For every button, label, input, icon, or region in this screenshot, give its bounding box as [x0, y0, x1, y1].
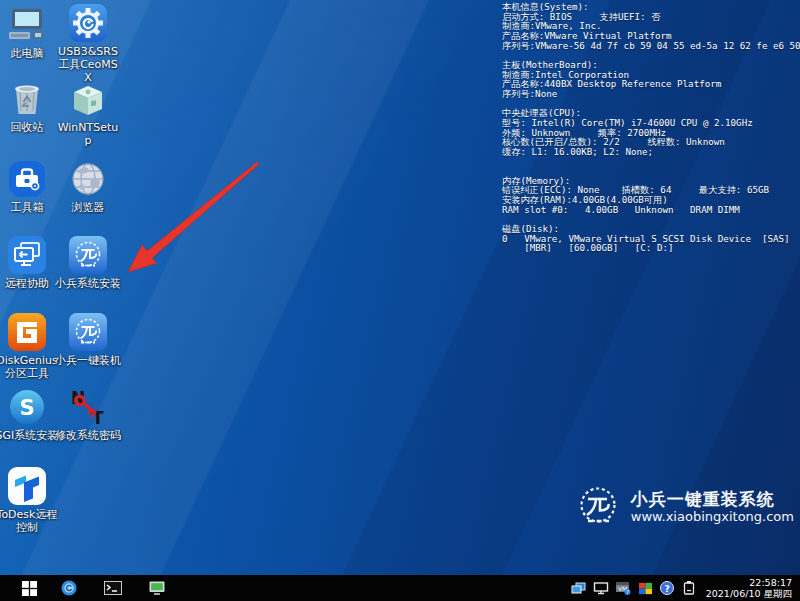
software-box-icon [69, 80, 107, 118]
desktop-icon-usb3srs-tool[interactable]: USB3&SRS工具CeoMSX [55, 4, 121, 84]
clock-date: 2021/06/10 星期四 [706, 588, 792, 599]
desktop-icon-todesk[interactable]: ToDesk远程控制 [0, 467, 60, 534]
watermark-url: www.xiaobingxitong.com [631, 509, 794, 525]
system-tray: VM ? ? [571, 580, 698, 597]
sgi-s-icon: S [8, 388, 46, 426]
icon-label: ToDesk远程控制 [0, 508, 60, 534]
windows-logo-icon [22, 581, 37, 596]
desktop-icon-xiaobing-system-install[interactable]: 小兵系统安装 [55, 236, 121, 290]
icon-label: 小兵一键装机 [55, 354, 121, 367]
desktop-icon-remote-assist[interactable]: 远程协助 [0, 236, 60, 290]
desktop-icon-diskgenius[interactable]: DiskGenius分区工具 [0, 313, 60, 380]
svg-text:?: ? [626, 589, 629, 595]
watermark: 小兵一键重装系统 www.xiaobingxitong.com [572, 481, 794, 533]
desktop-wallpaper: 此电脑 USB3&SRS工具Ce [0, 0, 800, 575]
xiaobing-logo-icon [69, 236, 107, 274]
desktop-icon-winntsetup[interactable]: WinNTSetup [55, 80, 121, 147]
desktop-icon-this-pc[interactable]: 此电脑 [0, 6, 60, 60]
start-button[interactable] [14, 575, 44, 601]
system-info-overlay: 本机信息(System): 启动方式: BIOS 支持UEFI: 否 制造商:V… [502, 2, 800, 253]
xiaobing-logo-icon [572, 481, 624, 533]
icon-label: 小兵系统安装 [55, 277, 121, 290]
desktop-icon-change-password[interactable]: N T 修改系统密码 [55, 388, 121, 442]
todesk-icon [8, 467, 46, 505]
taskbar-app-display-tool[interactable] [142, 575, 172, 601]
tray-usb-eject-icon[interactable] [681, 580, 698, 597]
desktop-icon-toolbox[interactable]: 工具箱 [0, 160, 60, 214]
desktop-icon-sgi-install[interactable]: S SGI系统安装 [0, 388, 60, 442]
xiaobing-logo-icon [69, 313, 107, 351]
svg-text:?: ? [665, 584, 670, 594]
taskbar-app-command-prompt[interactable] [98, 575, 128, 601]
diskgenius-icon [8, 313, 46, 351]
tray-display-color-icon[interactable] [637, 580, 654, 597]
command-prompt-icon [104, 579, 122, 597]
watermark-text: 小兵一键重装系统 www.xiaobingxitong.com [631, 490, 794, 525]
tray-network-display-icon[interactable] [593, 580, 610, 597]
svg-text:S: S [19, 396, 34, 420]
icon-label: USB3&SRS工具CeoMSX [55, 45, 121, 84]
windows-desktop-screen: 此电脑 USB3&SRS工具Ce [0, 0, 800, 601]
icon-label: 此电脑 [0, 47, 60, 60]
icon-label: 回收站 [0, 121, 60, 134]
taskbar-clock[interactable]: 22:58:17 2021/06/10 星期四 [706, 577, 792, 599]
desktop-icon-browser[interactable]: 浏览器 [55, 160, 121, 214]
tray-network-computers-icon[interactable] [571, 580, 588, 597]
desktop-icon-recycle-bin[interactable]: 回收站 [0, 80, 60, 134]
monitor-icon [148, 579, 166, 597]
usb-tool-gear-icon [69, 4, 107, 42]
computer-icon [8, 6, 46, 44]
icon-label: WinNTSetup [55, 121, 121, 147]
watermark-title: 小兵一键重装系统 [631, 490, 794, 509]
tray-help-icon[interactable]: ? [659, 580, 676, 597]
icon-label: DiskGenius分区工具 [0, 354, 60, 380]
icon-label: 远程协助 [0, 277, 60, 290]
icon-label: 浏览器 [55, 201, 121, 214]
taskbar: VM ? ? [0, 575, 800, 601]
tray-vmware-tools-icon[interactable]: VM ? [615, 580, 632, 597]
icon-label: 修改系统密码 [55, 429, 121, 442]
icon-label: SGI系统安装 [0, 429, 60, 442]
remote-screens-icon [8, 236, 46, 274]
recycle-bin-icon [8, 80, 46, 118]
taskbar-pinned-apps [54, 575, 172, 601]
desktop-icon-xiaobing-onekey[interactable]: 小兵一键装机 [55, 313, 121, 367]
clock-time: 22:58:17 [706, 577, 792, 588]
usb-tool-gear-icon [60, 579, 78, 597]
icon-label: 工具箱 [0, 201, 60, 214]
nt-key-icon: N T [69, 388, 107, 426]
browser-globe-icon [69, 160, 107, 198]
toolbox-icon [8, 160, 46, 198]
taskbar-app-usb-tool[interactable] [54, 575, 84, 601]
